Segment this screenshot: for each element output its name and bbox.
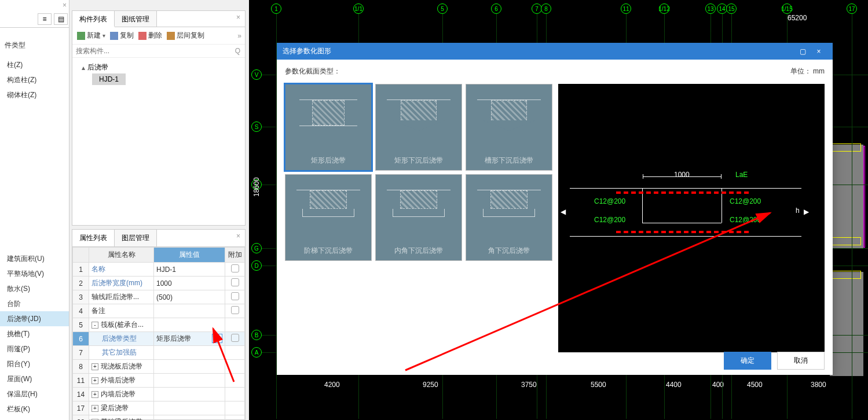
nav-item[interactable]: 散水(S)	[0, 281, 69, 296]
expand-icon[interactable]: +	[91, 405, 98, 412]
tab-properties[interactable]: 属性列表	[72, 230, 115, 246]
dimension-text: 4400	[666, 381, 682, 389]
expand-icon[interactable]: +	[91, 377, 98, 384]
nav-item[interactable]: 雨篷(P)	[0, 341, 69, 356]
cancel-button[interactable]: 取消	[777, 352, 825, 370]
col-extra: 附加	[225, 248, 245, 263]
tree-node-root[interactable]: ▴后浇带	[76, 61, 241, 73]
grid-bubble: 15	[726, 3, 737, 14]
grid-bubble: A	[251, 347, 262, 358]
grid-bubble: 17	[847, 3, 857, 14]
grid-bubble: S	[251, 121, 262, 132]
expand-icon[interactable]: +	[91, 391, 98, 398]
shape-thumbnail[interactable]: 矩形下沉后浇带	[375, 84, 462, 171]
col-name: 属性名称	[89, 248, 154, 263]
property-row[interactable]: 11+外墙后浇带	[73, 374, 245, 388]
top-dimension: 65200	[788, 14, 807, 22]
close-icon[interactable]: ×	[232, 230, 245, 246]
property-row[interactable]: 6后浇带类型矩形后浇带⋯	[73, 332, 245, 346]
shape-thumbnail[interactable]: 角下沉后浇带	[466, 174, 552, 261]
nav-item[interactable]: 建筑面积(U)	[0, 251, 69, 266]
copy-button[interactable]: 复制	[109, 30, 135, 42]
dimension-text: 3750	[521, 381, 537, 389]
thumbnail-label: 角下沉后浇带	[488, 246, 530, 256]
checkbox[interactable]	[231, 264, 239, 272]
property-row[interactable]: 5-筏板(桩承台...	[73, 318, 245, 332]
nav-item[interactable]: 压顶(YD)	[0, 417, 69, 420]
nav-item[interactable]: 保温层(H)	[0, 386, 69, 401]
grid-bubble: B	[251, 330, 262, 340]
layer-copy-button[interactable]: 层间复制	[166, 30, 206, 42]
dimension-text: 9250	[423, 381, 438, 389]
thumbnail-label: 内角下沉后浇带	[394, 246, 443, 256]
grid-bubble: 1/12	[659, 3, 669, 14]
close-icon[interactable]: ×	[232, 11, 245, 27]
property-row[interactable]: 14+内墙后浇带	[73, 388, 245, 401]
grid-bubble: 8	[541, 3, 551, 14]
list-view-icon[interactable]: ≡	[38, 13, 52, 25]
maximize-icon[interactable]: ▢	[794, 47, 811, 56]
thumbnail-label: 槽形下沉后浇带	[485, 156, 533, 165]
tab-component-list[interactable]: 构件列表	[72, 11, 115, 27]
dimension-text: 4500	[747, 381, 763, 389]
dimension-text: 5500	[591, 381, 606, 389]
property-row[interactable]: 3轴线距后浇带...(500)	[73, 290, 245, 304]
checkbox[interactable]	[231, 278, 239, 286]
nav-item[interactable]: 屋面(W)	[0, 371, 69, 386]
shape-thumbnail[interactable]: 阶梯下沉后浇带	[285, 174, 372, 261]
shape-thumbnail[interactable]: 槽形下沉后浇带	[466, 84, 552, 171]
property-row[interactable]: 8+现浇板后浇带	[73, 360, 245, 374]
nav-item[interactable]: 构造柱(Z)	[0, 72, 69, 87]
close-dialog-icon[interactable]: ×	[811, 47, 827, 56]
property-row[interactable]: 7其它加强筋	[73, 346, 245, 360]
thumbnail-label: 阶梯下沉后浇带	[304, 246, 353, 256]
dialog-title: 选择参数化图形	[283, 46, 331, 56]
search-icon[interactable]: Q	[230, 45, 245, 57]
close-icon[interactable]: ×	[63, 1, 67, 9]
nav-item[interactable]: 栏板(K)	[0, 401, 69, 417]
nav-item[interactable]: 柱(Z)	[0, 57, 69, 72]
checkbox[interactable]	[231, 292, 239, 300]
nav-item[interactable]: 后浇带(JD)	[0, 311, 69, 326]
value-picker-button[interactable]: ⋯	[212, 334, 222, 343]
left-dimension: 18600	[252, 178, 261, 197]
grid-bubble: 11	[621, 3, 631, 14]
delete-button[interactable]: 删除	[137, 30, 163, 42]
nav-item[interactable]: 台阶	[0, 296, 69, 311]
left-panel: × ≡ ▤ 件类型 柱(Z)构造柱(Z)砌体柱(Z) 建筑面积(U)平整场地(V…	[0, 0, 69, 420]
grid-bubble: G	[251, 243, 262, 253]
tab-layers[interactable]: 图层管理	[115, 230, 157, 246]
grid-view-icon[interactable]: ▤	[54, 13, 68, 25]
dialog-titlebar[interactable]: 选择参数化图形 ▢ ×	[277, 43, 833, 60]
nav-item[interactable]: 挑檐(T)	[0, 326, 69, 341]
expand-icon[interactable]: -	[91, 322, 98, 329]
tab-drawing-manage[interactable]: 图纸管理	[115, 11, 157, 27]
checkbox[interactable]	[231, 306, 239, 314]
parametric-shape-dialog: 选择参数化图形 ▢ × 参数化截面类型： 单位： mm 矩形后浇带矩形下沉后浇带…	[277, 43, 833, 375]
expand-icon[interactable]: +	[91, 363, 98, 370]
dimension-text: 4200	[324, 381, 340, 389]
shape-thumbnail[interactable]: 内角下沉后浇带	[375, 174, 462, 261]
search-input[interactable]	[72, 45, 230, 57]
checkbox[interactable]	[231, 334, 239, 342]
property-row[interactable]: 17+梁后浇带	[73, 401, 245, 415]
property-row[interactable]: 23+基础梁后浇带	[73, 415, 245, 421]
component-list-panel: 构件列表 图纸管理 × 新建▾ 复制 删除 层间复制 » Q ▴后浇带 HJD-…	[72, 10, 246, 226]
property-row[interactable]: 2后浇带宽度(mm)1000	[73, 277, 245, 290]
tree-node-child[interactable]: HJD-1	[92, 73, 126, 85]
grid-bubble: 6	[491, 3, 501, 14]
nav-item[interactable]: 阳台(Y)	[0, 356, 69, 371]
new-button[interactable]: 新建▾	[76, 30, 107, 42]
thumbnail-label: 矩形下沉后浇带	[394, 156, 443, 165]
property-row[interactable]: 1名称HJD-1	[73, 263, 245, 277]
ok-button[interactable]: 确定	[724, 352, 771, 370]
property-panel: 属性列表 图层管理 × 属性名称 属性值 附加 1名称HJD-12后浇带宽度(m…	[72, 229, 246, 420]
more-icon[interactable]: »	[237, 32, 241, 40]
shape-thumbnail[interactable]: 矩形后浇带	[285, 84, 372, 171]
nav-item[interactable]: 砌体柱(Z)	[0, 87, 69, 102]
grid-bubble: 13	[705, 3, 716, 14]
left-panel-toolbar: ≡ ▤	[0, 10, 69, 28]
grid-bubble: 5	[437, 3, 448, 14]
nav-item[interactable]: 平整场地(V)	[0, 266, 69, 281]
property-row[interactable]: 4备注	[73, 304, 245, 318]
